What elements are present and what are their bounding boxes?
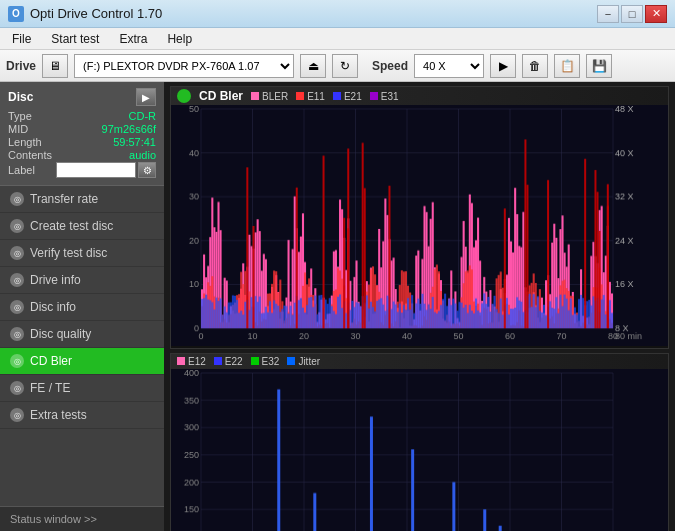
chart2-legend-e32: E32 [251,356,280,367]
sidebar-item-create-test-disc[interactable]: ◎ Create test disc [0,213,164,240]
legend-dot-e12 [177,357,185,365]
sidebar-items: ◎ Transfer rate ◎ Create test disc ◎ Ver… [0,186,164,429]
sidebar-item-cd-bler[interactable]: ◎ CD Bler [0,348,164,375]
chart1-canvas [171,105,668,346]
status-window-button[interactable]: Status window >> [0,506,164,531]
legend-dot-bler [251,92,259,100]
drive-select[interactable]: (F:) PLEXTOR DVDR PX-760A 1.07 [74,54,294,78]
disc-panel: Disc ▶ Type CD-R MID 97m26s66f Length 59… [0,82,164,186]
legend-label-e12: E12 [188,356,206,367]
sidebar-label-cd-bler: CD Bler [30,354,72,368]
disc-contents-label: Contents [8,149,52,161]
save-button[interactable]: 💾 [586,54,612,78]
chart1-icon [177,89,191,103]
drive-icon-button[interactable]: 🖥 [42,54,68,78]
maximize-button[interactable]: □ [621,5,643,23]
legend-dot-e32 [251,357,259,365]
sidebar-item-fe-te[interactable]: ◎ FE / TE [0,375,164,402]
disc-mid-value: 97m26s66f [102,123,156,135]
legend-dot-e31 [370,92,378,100]
drive-label: Drive [6,59,36,73]
disc-type-value: CD-R [129,110,157,122]
menubar: File Start test Extra Help [0,28,675,50]
chart1-container: CD Bler BLER E11 E21 E3 [170,86,669,349]
chart2-canvas [171,369,668,532]
chart2-legend-jitter: Jitter [287,356,320,367]
extra-tests-icon: ◎ [10,408,24,422]
eject-button[interactable]: ⏏ [300,54,326,78]
sidebar-label-create-test-disc: Create test disc [30,219,113,233]
disc-length-label: Length [8,136,42,148]
erase-button[interactable]: 🗑 [522,54,548,78]
transfer-rate-icon: ◎ [10,192,24,206]
disc-type-label: Type [8,110,32,122]
disc-info-icon: ◎ [10,300,24,314]
legend-label-bler: BLER [262,91,288,102]
chart1-title: CD Bler [199,89,243,103]
speed-select[interactable]: 40 X [414,54,484,78]
disc-label-label: Label [8,164,35,176]
legend-label-e31: E31 [381,91,399,102]
sidebar-label-disc-info: Disc info [30,300,76,314]
sidebar-item-extra-tests[interactable]: ◎ Extra tests [0,402,164,429]
close-button[interactable]: ✕ [645,5,667,23]
drive-info-icon: ◎ [10,273,24,287]
disc-label-input[interactable] [56,162,136,178]
disc-mid-label: MID [8,123,28,135]
chart1-legend-e11: E11 [296,91,325,102]
refresh-button[interactable]: ↻ [332,54,358,78]
legend-label-e11: E11 [307,91,325,102]
chart1-legend-bler: BLER [251,91,288,102]
menu-file[interactable]: File [4,30,39,48]
legend-dot-e11 [296,92,304,100]
legend-label-jitter: Jitter [298,356,320,367]
titlebar-buttons: − □ ✕ [597,5,667,23]
fe-te-icon: ◎ [10,381,24,395]
legend-dot-e22 [214,357,222,365]
disc-panel-arrow[interactable]: ▶ [136,88,156,106]
content-area: CD Bler BLER E11 E21 E3 [164,82,675,531]
chart1-title-bar: CD Bler BLER E11 E21 E3 [171,87,668,105]
menu-extra[interactable]: Extra [111,30,155,48]
sidebar-label-drive-info: Drive info [30,273,81,287]
sidebar-label-extra-tests: Extra tests [30,408,87,422]
copy-button[interactable]: 📋 [554,54,580,78]
drivebar: Drive 🖥 (F:) PLEXTOR DVDR PX-760A 1.07 ⏏… [0,50,675,82]
disc-quality-icon: ◎ [10,327,24,341]
disc-mid-row: MID 97m26s66f [8,123,156,135]
legend-label-e21: E21 [344,91,362,102]
sidebar-item-transfer-rate[interactable]: ◎ Transfer rate [0,186,164,213]
speed-label: Speed [372,59,408,73]
create-test-disc-icon: ◎ [10,219,24,233]
disc-length-value: 59:57:41 [113,136,156,148]
chart2-title-bar: E12 E22 E32 Jitter [171,354,668,369]
legend-label-e22: E22 [225,356,243,367]
chart1-legend-e31: E31 [370,91,399,102]
sidebar: Disc ▶ Type CD-R MID 97m26s66f Length 59… [0,82,164,531]
speed-apply-button[interactable]: ▶ [490,54,516,78]
chart2-container: E12 E22 E32 Jitter [170,353,669,532]
app-icon-letter: O [12,8,20,19]
sidebar-item-disc-info[interactable]: ◎ Disc info [0,294,164,321]
sidebar-label-disc-quality: Disc quality [30,327,91,341]
titlebar-title: Opti Drive Control 1.70 [30,6,162,21]
sidebar-item-verify-test-disc[interactable]: ◎ Verify test disc [0,240,164,267]
legend-dot-jitter [287,357,295,365]
sidebar-item-disc-quality[interactable]: ◎ Disc quality [0,321,164,348]
menu-start-test[interactable]: Start test [43,30,107,48]
disc-length-row: Length 59:57:41 [8,136,156,148]
disc-panel-header: Disc ▶ [8,88,156,106]
cd-bler-icon: ◎ [10,354,24,368]
label-gear-button[interactable]: ⚙ [138,162,156,178]
titlebar: O Opti Drive Control 1.70 − □ ✕ [0,0,675,28]
disc-header-label: Disc [8,90,33,104]
titlebar-left: O Opti Drive Control 1.70 [8,6,162,22]
menu-help[interactable]: Help [159,30,200,48]
legend-label-e32: E32 [262,356,280,367]
chart2-legend-e12: E12 [177,356,206,367]
sidebar-item-drive-info[interactable]: ◎ Drive info [0,267,164,294]
minimize-button[interactable]: − [597,5,619,23]
sidebar-label-verify-test-disc: Verify test disc [30,246,107,260]
chart-area: CD Bler BLER E11 E21 E3 [164,82,675,531]
chart1-legend-e21: E21 [333,91,362,102]
